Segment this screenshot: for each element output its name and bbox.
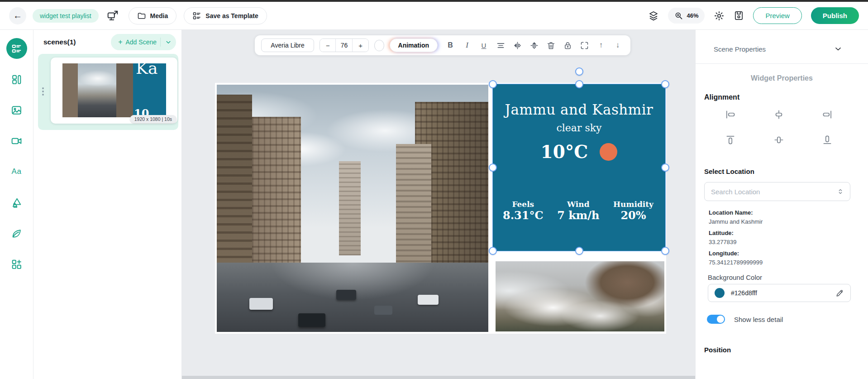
flip-horizontal-button[interactable] — [511, 39, 524, 52]
scene-properties-accordion[interactable]: Scene Properties — [714, 44, 843, 53]
weather-widget-selected[interactable]: Jammu and Kashmir clear sky 10°C Feels 8… — [493, 84, 665, 251]
edit-color-button[interactable] — [835, 289, 844, 297]
zoom-control[interactable]: 46% — [668, 8, 705, 24]
font-family-select[interactable]: Averia Libre — [261, 38, 314, 52]
flip-vertical-button[interactable] — [528, 39, 540, 52]
font-size-value[interactable]: 76 — [335, 39, 353, 52]
thumbnail-city-image — [62, 63, 133, 117]
sidebar-item-videos[interactable] — [6, 130, 27, 151]
align-right-icon — [821, 109, 833, 120]
shapes-icon — [11, 197, 22, 208]
scene-item-selected[interactable]: Ka 10 1920 x 1080 | 10s — [38, 54, 178, 130]
location-search-select[interactable] — [704, 182, 850, 201]
text-align-button[interactable] — [494, 39, 507, 52]
scene-card[interactable]: Ka 10 1920 x 1080 | 10s — [51, 58, 177, 124]
background-color-field[interactable]: #126d8fff — [708, 284, 851, 302]
chevron-down-icon[interactable] — [164, 38, 172, 46]
format-icon-group: B I U — [444, 39, 624, 52]
search-location-input[interactable] — [711, 188, 836, 196]
screen-preview-button[interactable] — [107, 10, 119, 22]
editor-canvas[interactable]: Averia Libre − 76 + Animation B I U — [182, 30, 695, 379]
sidebar-item-images[interactable] — [6, 100, 27, 120]
resize-handle-n[interactable] — [575, 80, 583, 88]
align-right-button[interactable] — [820, 108, 834, 121]
sidebar-item-layout[interactable] — [6, 69, 27, 90]
sidebar-item-text[interactable]: Aa — [6, 161, 27, 182]
sidebar-item-shapes[interactable] — [6, 192, 27, 213]
app-window: ← widget test playlist Media Save as Tem… — [0, 0, 868, 379]
plus-icon: + — [118, 38, 122, 46]
scene-options-kebab-icon[interactable] — [42, 87, 44, 96]
resize-handle-sw[interactable] — [489, 247, 497, 255]
left-sidebar: Aa — [0, 30, 33, 379]
lock-button[interactable] — [561, 39, 574, 52]
sun-icon — [600, 143, 617, 161]
resize-handle-ne[interactable] — [661, 80, 669, 88]
resize-handle-e[interactable] — [661, 163, 669, 172]
resize-handle-w[interactable] — [489, 163, 497, 172]
font-size-stepper: − 76 + — [320, 38, 369, 52]
fullscreen-button[interactable] — [578, 39, 591, 52]
layers-button[interactable] — [648, 10, 659, 21]
sidebar-item-scenes[interactable] — [6, 38, 27, 59]
location-name-label: Location Name: — [709, 209, 753, 216]
flip-vertical-icon — [529, 41, 539, 50]
underline-button[interactable]: U — [477, 39, 490, 52]
longitude-label: Longitude: — [709, 250, 739, 257]
scene-properties-label: Scene Properties — [714, 45, 766, 53]
align-top-button[interactable] — [724, 133, 737, 147]
canvas-scrollbar[interactable] — [182, 376, 695, 379]
weather-temperature: 10°C — [541, 141, 588, 162]
publish-button[interactable]: Publish — [811, 7, 859, 24]
building-left-foreground — [217, 95, 252, 283]
topbar-right-cluster: 46% Preview Publish — [648, 7, 859, 24]
font-color-swatch[interactable] — [374, 40, 384, 51]
add-scene-button[interactable]: + Add Scene — [111, 34, 176, 50]
thumbnail-title-fragment: Ka — [136, 63, 157, 77]
position-section-label: Position — [704, 346, 731, 354]
media-button[interactable]: Media — [129, 7, 177, 24]
scenes-panel: scenes(1) + Add Scene Ka 10 — [33, 30, 182, 379]
show-less-detail-toggle[interactable] — [707, 315, 725, 324]
settings-button[interactable] — [714, 10, 725, 21]
weather-stat-wind: Wind 7 km/h — [557, 200, 599, 221]
resize-handle-s[interactable] — [575, 247, 583, 255]
align-left-button[interactable] — [724, 108, 737, 121]
sidebar-item-themes[interactable] — [6, 223, 27, 244]
mountain-fog-image[interactable] — [496, 261, 664, 331]
back-button[interactable]: ← — [9, 7, 26, 24]
align-bottom-button[interactable] — [820, 133, 834, 147]
feels-value: 8.31°C — [503, 209, 544, 222]
send-backward-button[interactable]: ↓ — [611, 39, 624, 52]
delete-button[interactable] — [544, 39, 557, 52]
scene-thumbnail: Ka 10 — [62, 63, 166, 117]
italic-button[interactable]: I — [461, 39, 473, 52]
city-street-image[interactable] — [217, 85, 488, 332]
flip-horizontal-icon — [513, 41, 522, 50]
font-size-increase-button[interactable]: + — [353, 39, 368, 52]
align-bottom-icon — [821, 134, 833, 146]
save-button[interactable] — [734, 10, 744, 21]
rotation-handle[interactable] — [575, 67, 583, 76]
add-scene-label: Add Scene — [126, 38, 157, 46]
animation-button[interactable]: Animation — [390, 38, 438, 52]
sidebar-item-widgets[interactable] — [6, 254, 27, 274]
bring-forward-button[interactable]: ↑ — [595, 39, 607, 52]
artboard[interactable]: Jammu and Kashmir clear sky 10°C Feels 8… — [215, 83, 666, 334]
video-camera-icon — [11, 135, 22, 147]
widgets-plus-icon — [11, 259, 22, 270]
bold-button[interactable]: B — [444, 39, 457, 52]
resize-handle-nw[interactable] — [489, 80, 497, 88]
widget-properties-title: Widget Properties — [696, 74, 868, 82]
align-center-horizontal-button[interactable] — [772, 108, 786, 121]
save-as-template-button[interactable]: Save as Template — [184, 7, 267, 24]
humidity-label: Humidity — [613, 200, 653, 209]
image-icon — [11, 105, 22, 116]
resize-handle-se[interactable] — [661, 247, 669, 255]
preview-button[interactable]: Preview — [753, 7, 801, 24]
playlist-title[interactable]: widget test playlist — [33, 9, 99, 23]
font-size-decrease-button[interactable]: − — [320, 39, 335, 52]
back-arrow-icon: ← — [13, 10, 22, 21]
align-middle-vertical-button[interactable] — [772, 133, 786, 147]
zoom-value: 46% — [687, 12, 698, 19]
